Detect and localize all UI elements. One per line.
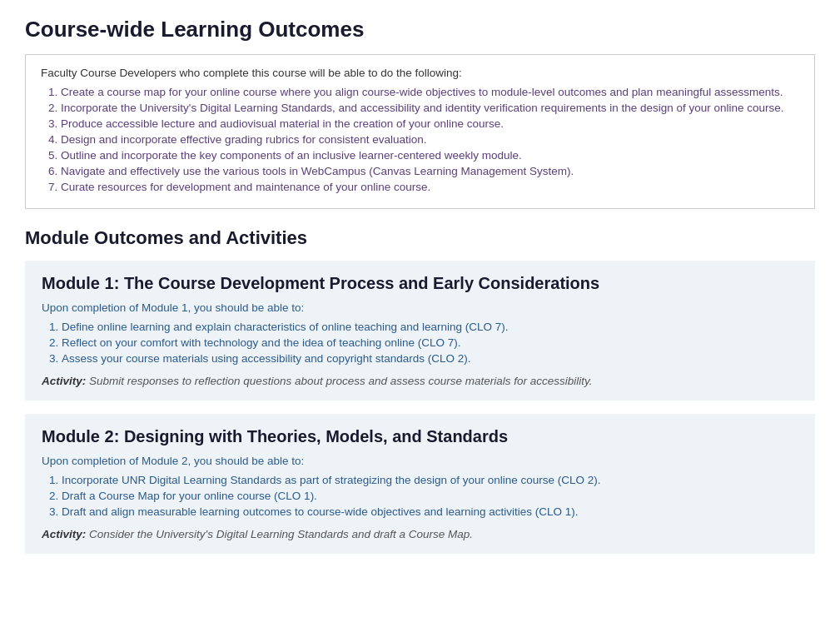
modules-container: Module 1: The Course Development Process… xyxy=(25,261,815,554)
activity-line-2: Activity: Consider the University's Digi… xyxy=(42,528,798,540)
clo-item-5: Outline and incorporate the key componen… xyxy=(61,149,799,162)
module-2-outcome-2: Draft a Course Map for your online cours… xyxy=(62,490,798,502)
clo-list: Create a course map for your online cour… xyxy=(41,86,799,193)
activity-label-1: Activity: xyxy=(42,375,89,387)
module-block-1: Module 1: The Course Development Process… xyxy=(25,261,815,401)
page-title: Course-wide Learning Outcomes xyxy=(25,17,815,42)
module-outcomes-list-1: Define online learning and explain chara… xyxy=(42,321,798,365)
module-2-outcome-3: Draft and align measurable learning outc… xyxy=(62,505,798,518)
activity-desc-2: Consider the University's Digital Learni… xyxy=(89,528,473,540)
clo-item-6: Navigate and effectively use the various… xyxy=(61,165,799,177)
clo-item-3: Produce accessible lecture and audiovisu… xyxy=(61,117,799,130)
module-title-2: Module 2: Designing with Theories, Model… xyxy=(42,427,798,446)
clo-box: Faculty Course Developers who complete t… xyxy=(25,54,815,209)
module-completion-text-2: Upon completion of Module 2, you should … xyxy=(42,455,798,467)
clo-item-1: Create a course map for your online cour… xyxy=(61,86,799,98)
module-completion-text-1: Upon completion of Module 1, you should … xyxy=(42,301,798,314)
module-block-2: Module 2: Designing with Theories, Model… xyxy=(25,414,815,554)
module-1-outcome-3: Assess your course materials using acces… xyxy=(62,352,798,365)
activity-desc-1: Submit responses to reflection questions… xyxy=(89,375,593,387)
clo-item-2: Incorporate the University's Digital Lea… xyxy=(61,102,799,114)
clo-intro-text: Faculty Course Developers who complete t… xyxy=(41,67,799,79)
section2-title: Module Outcomes and Activities xyxy=(25,227,815,249)
module-1-outcome-1: Define online learning and explain chara… xyxy=(62,321,798,333)
clo-item-4: Design and incorporate effective grading… xyxy=(61,133,799,146)
activity-line-1: Activity: Submit responses to reflection… xyxy=(42,375,798,387)
module-1-outcome-2: Reflect on your comfort with technology … xyxy=(62,336,798,349)
module-2-outcome-1: Incorporate UNR Digital Learning Standar… xyxy=(62,474,798,486)
module-title-1: Module 1: The Course Development Process… xyxy=(42,274,798,293)
module-outcomes-list-2: Incorporate UNR Digital Learning Standar… xyxy=(42,474,798,518)
activity-label-2: Activity: xyxy=(42,528,89,540)
clo-item-7: Curate resources for development and mai… xyxy=(61,181,799,193)
